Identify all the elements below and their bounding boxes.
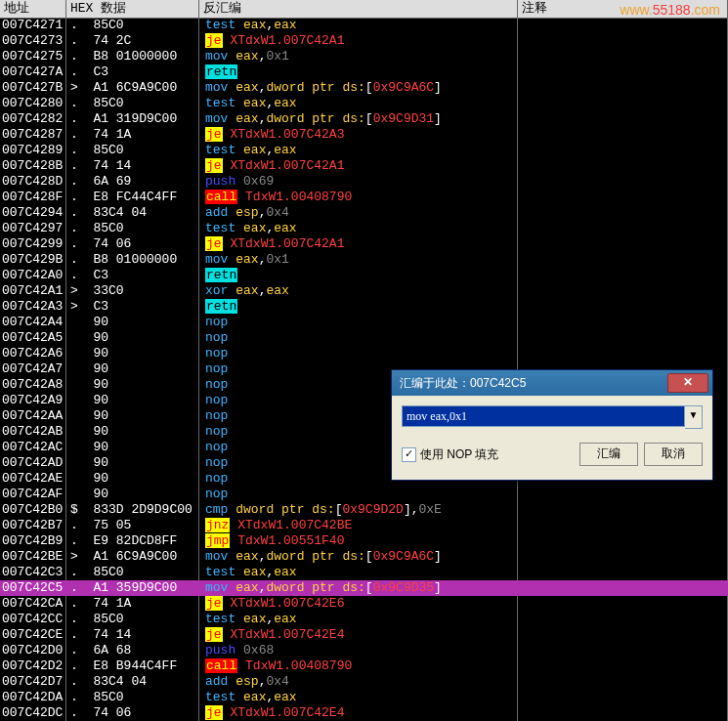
cell-address: 007C4289 xyxy=(0,143,68,158)
table-row[interactable]: 007C428B. 74 14je XTdxW1.007C42A1 xyxy=(0,158,728,174)
cell-note xyxy=(519,252,728,268)
table-row[interactable]: 007C42A3> C3retn xyxy=(0,299,728,315)
table-row[interactable]: 007C4275. B8 01000000mov eax,0x1 xyxy=(0,49,728,64)
table-row[interactable]: 007C42A1> 33C0xor eax,eax xyxy=(0,283,728,299)
table-row[interactable]: 007C4271. 85C0test eax,eax xyxy=(0,18,728,33)
close-icon[interactable]: ✕ xyxy=(667,373,708,393)
cell-hex: . E8 FC44C4FF xyxy=(68,190,203,205)
table-row[interactable]: 007C429B. B8 01000000mov eax,0x1 xyxy=(0,252,728,268)
table-row[interactable]: 007C42CC. 85C0test eax,eax xyxy=(0,612,728,627)
cell-disassembly: jnz XTdxW1.007C42BE xyxy=(203,518,519,533)
table-row[interactable]: 007C427A. C3retn xyxy=(0,64,728,80)
table-row[interactable]: 007C42B0$ 833D 2D9D9C00cmp dword ptr ds:… xyxy=(0,502,728,518)
cell-address: 007C42DA xyxy=(0,690,68,705)
cell-note xyxy=(519,643,728,658)
table-row[interactable]: 007C4287. 74 1Aje XTdxW1.007C42A3 xyxy=(0,127,728,143)
table-row[interactable]: 007C4273. 74 2Cje XTdxW1.007C42A1 xyxy=(0,33,728,49)
table-row[interactable]: 007C42A0. C3retn xyxy=(0,268,728,283)
table-row[interactable]: 007C428D. 6A 69push 0x69 xyxy=(0,174,728,190)
table-row[interactable]: 007C42D2. E8 B944C4FFcall TdxW1.00408790 xyxy=(0,658,728,674)
dialog-titlebar[interactable]: 汇编于此处：007C42C5 ✕ xyxy=(392,370,712,396)
table-row[interactable]: 007C42B7. 75 05jnz XTdxW1.007C42BE xyxy=(0,518,728,533)
cancel-button[interactable]: 取消 xyxy=(644,443,703,466)
cell-hex: 90 xyxy=(68,315,203,330)
table-row[interactable]: 007C42B9. E9 82DCD8FFjmp TdxW1.00551F40 xyxy=(0,533,728,549)
nop-fill-checkbox[interactable]: ✓ xyxy=(402,447,416,462)
dropdown-icon[interactable]: ▼ xyxy=(685,405,703,429)
assemble-button[interactable]: 汇编 xyxy=(579,443,638,466)
table-row[interactable]: 007C42A4 90nop xyxy=(0,315,728,330)
cell-address: 007C42A9 xyxy=(0,393,68,408)
table-row[interactable]: 007C4289. 85C0test eax,eax xyxy=(0,143,728,158)
cell-hex: . 74 1A xyxy=(68,596,203,612)
cell-hex: 90 xyxy=(68,471,203,487)
cell-address: 007C42C3 xyxy=(0,565,68,580)
table-row[interactable]: 007C428F. E8 FC44C4FFcall TdxW1.00408790 xyxy=(0,190,728,205)
cell-hex: 90 xyxy=(68,361,203,377)
table-row[interactable]: 007C4280. 85C0test eax,eax xyxy=(0,96,728,111)
table-row[interactable]: 007C42DA. 85C0test eax,eax xyxy=(0,690,728,705)
cell-disassembly: mov eax,0x1 xyxy=(203,49,519,64)
cell-disassembly: mov eax,dword ptr ds:[0x9C9D31] xyxy=(203,111,519,127)
cell-address: 007C42A3 xyxy=(0,299,68,315)
cell-hex: . 74 1A xyxy=(68,127,203,143)
cell-hex: 90 xyxy=(68,440,203,455)
cell-disassembly: add esp,0x4 xyxy=(203,674,519,690)
cell-disassembly: mov eax,dword ptr ds:[0x9C9D35] xyxy=(203,580,519,596)
cell-disassembly: test eax,eax xyxy=(203,18,519,33)
cell-hex: . B8 01000000 xyxy=(68,252,203,268)
cell-disassembly: push 0x69 xyxy=(203,174,519,190)
table-row[interactable]: 007C42AF 90nop xyxy=(0,487,728,502)
table-row[interactable]: 007C42C3. 85C0test eax,eax xyxy=(0,565,728,580)
table-row[interactable]: 007C42A6 90nop xyxy=(0,346,728,361)
table-row[interactable]: 007C42DC. 74 06je XTdxW1.007C42E4 xyxy=(0,705,728,721)
nop-fill-label: 使用 NOP 填充 xyxy=(420,446,574,463)
table-row[interactable]: 007C4299. 74 06je XTdxW1.007C42A1 xyxy=(0,236,728,252)
table-row[interactable]: 007C427B> A1 6C9A9C00mov eax,dword ptr d… xyxy=(0,80,728,96)
table-row[interactable]: 007C42BE> A1 6C9A9C00mov eax,dword ptr d… xyxy=(0,549,728,565)
cell-disassembly: mov eax,dword ptr ds:[0x9C9A6C] xyxy=(203,80,519,96)
cell-address: 007C42A4 xyxy=(0,315,68,330)
assembly-input[interactable] xyxy=(402,405,685,427)
cell-address: 007C42AC xyxy=(0,440,68,455)
cell-note xyxy=(519,705,728,721)
cell-disassembly: nop xyxy=(203,346,519,361)
table-row[interactable]: 007C42CE. 74 14je XTdxW1.007C42E4 xyxy=(0,627,728,643)
cell-note xyxy=(519,565,728,580)
cell-note xyxy=(519,487,728,502)
cell-disassembly: mov eax,dword ptr ds:[0x9C9A6C] xyxy=(203,549,519,565)
cell-hex: . 85C0 xyxy=(68,690,203,705)
cell-address: 007C427B xyxy=(0,80,68,96)
table-row[interactable]: 007C4294. 83C4 04add esp,0x4 xyxy=(0,205,728,221)
cell-hex: . 85C0 xyxy=(68,18,203,33)
cell-address: 007C42D0 xyxy=(0,643,68,658)
table-row[interactable]: 007C4297. 85C0test eax,eax xyxy=(0,221,728,236)
cell-note xyxy=(519,346,728,361)
header-hex: HEX 数据 xyxy=(66,0,198,19)
cell-address: 007C4273 xyxy=(0,33,68,49)
cell-note xyxy=(519,174,728,190)
cell-note xyxy=(519,627,728,643)
cell-note xyxy=(519,502,728,518)
cell-address: 007C4299 xyxy=(0,236,68,252)
cell-address: 007C42AB xyxy=(0,424,68,440)
cell-hex: . C3 xyxy=(68,268,203,283)
cell-hex: 90 xyxy=(68,455,203,471)
cell-hex: . 74 14 xyxy=(68,158,203,174)
cell-note xyxy=(519,580,728,596)
cell-note xyxy=(519,283,728,299)
cell-disassembly: retn xyxy=(203,299,519,315)
table-row[interactable]: 007C42A5 90nop xyxy=(0,330,728,346)
table-row[interactable]: 007C42D7. 83C4 04add esp,0x4 xyxy=(0,674,728,690)
cell-hex: . E9 82DCD8FF xyxy=(68,533,203,549)
cell-hex: 90 xyxy=(68,346,203,361)
table-row[interactable]: 007C42D0. 6A 68push 0x68 xyxy=(0,643,728,658)
table-row[interactable]: 007C42C5. A1 359D9C00mov eax,dword ptr d… xyxy=(0,580,728,596)
table-row[interactable]: 007C4282. A1 319D9C00mov eax,dword ptr d… xyxy=(0,111,728,127)
table-row[interactable]: 007C42CA. 74 1Aje XTdxW1.007C42E6 xyxy=(0,596,728,612)
cell-note xyxy=(519,96,728,111)
cell-address: 007C42A5 xyxy=(0,330,68,346)
cell-address: 007C42CA xyxy=(0,596,68,612)
cell-disassembly: nop xyxy=(203,315,519,330)
cell-note xyxy=(519,518,728,533)
